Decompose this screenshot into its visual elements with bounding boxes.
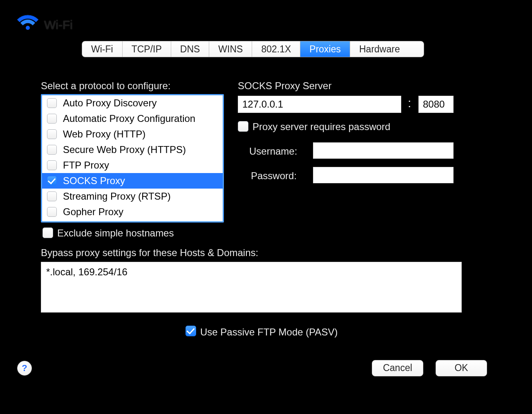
network-proxies-panel: Wi-Fi Wi-Fi TCP/IP DNS WINS 802.1X Proxi… — [0, 0, 532, 414]
tab-hardware[interactable]: Hardware — [350, 41, 409, 57]
requires-password-checkbox[interactable] — [238, 121, 248, 132]
proxy-server-label: SOCKS Proxy Server — [238, 80, 331, 92]
protocol-row-label: Auto Proxy Discovery — [63, 97, 156, 109]
tab-8021x[interactable]: 802.1X — [252, 41, 300, 57]
checkbox-auto-discovery[interactable] — [47, 98, 57, 108]
username-label: Username: — [249, 146, 297, 157]
passive-ftp-checkbox[interactable] — [186, 326, 196, 336]
checkbox-https[interactable] — [47, 145, 57, 155]
svg-point-0 — [26, 26, 30, 30]
protocol-row-ftp[interactable]: FTP Proxy — [42, 158, 223, 173]
host-port-separator: : — [408, 96, 411, 110]
checkbox-ftp[interactable] — [47, 160, 57, 170]
exclude-simple-hostnames-checkbox[interactable] — [42, 227, 53, 238]
protocol-row-socks[interactable]: SOCKS Proxy — [42, 173, 223, 189]
tab-dns[interactable]: DNS — [171, 41, 210, 57]
proxy-host-input[interactable] — [238, 96, 401, 113]
protocol-row-label: SOCKS Proxy — [63, 175, 125, 187]
protocol-row-label: FTP Proxy — [63, 160, 109, 171]
checkbox-http[interactable] — [47, 129, 57, 139]
protocol-row-https[interactable]: Secure Web Proxy (HTTPS) — [42, 142, 223, 158]
protocol-row-label: Web Proxy (HTTP) — [63, 128, 145, 140]
tab-bar: Wi-Fi TCP/IP DNS WINS 802.1X Proxies Har… — [82, 41, 424, 57]
bypass-label: Bypass proxy settings for these Hosts & … — [41, 247, 258, 259]
protocol-row-label: Automatic Proxy Configuration — [63, 113, 195, 124]
protocol-row-auto-config[interactable]: Automatic Proxy Configuration — [42, 111, 223, 126]
protocol-row-label: Streaming Proxy (RTSP) — [63, 191, 171, 202]
username-input[interactable] — [313, 142, 454, 159]
tab-tcpip[interactable]: TCP/IP — [123, 41, 171, 57]
protocol-select-label: Select a protocol to configure: — [41, 80, 171, 92]
checkbox-socks[interactable] — [47, 176, 57, 186]
bypass-hosts-textarea[interactable]: *.local, 169.254/16 — [41, 262, 462, 313]
requires-password-label: Proxy server requires password — [253, 121, 390, 133]
header: Wi-Fi — [0, 0, 532, 41]
ok-button[interactable]: OK — [436, 360, 487, 376]
password-label: Password: — [251, 170, 297, 182]
tab-proxies[interactable]: Proxies — [300, 41, 350, 57]
cancel-button[interactable]: Cancel — [372, 360, 423, 376]
help-button[interactable]: ? — [17, 361, 32, 376]
tab-wifi[interactable]: Wi-Fi — [82, 41, 123, 57]
checkbox-auto-config[interactable] — [47, 114, 57, 124]
protocol-list[interactable]: Auto Proxy Discovery Automatic Proxy Con… — [41, 94, 224, 223]
page-title: Wi-Fi — [44, 18, 73, 32]
passive-ftp-label: Use Passive FTP Mode (PASV) — [200, 326, 338, 338]
checkbox-gopher[interactable] — [47, 207, 57, 217]
protocol-row-rtsp[interactable]: Streaming Proxy (RTSP) — [42, 189, 223, 204]
protocol-row-gopher[interactable]: Gopher Proxy — [42, 204, 223, 220]
wifi-icon — [16, 14, 39, 32]
protocol-row-label: Gopher Proxy — [63, 206, 123, 218]
protocol-row-auto-discovery[interactable]: Auto Proxy Discovery — [42, 95, 223, 111]
checkbox-rtsp[interactable] — [47, 191, 57, 201]
protocol-row-http[interactable]: Web Proxy (HTTP) — [42, 126, 223, 142]
exclude-simple-hostnames-label: Exclude simple hostnames — [57, 227, 174, 239]
tab-wins[interactable]: WINS — [209, 41, 252, 57]
protocol-row-label: Secure Web Proxy (HTTPS) — [63, 144, 186, 155]
password-input[interactable] — [313, 167, 454, 183]
proxy-port-input[interactable] — [418, 96, 454, 113]
